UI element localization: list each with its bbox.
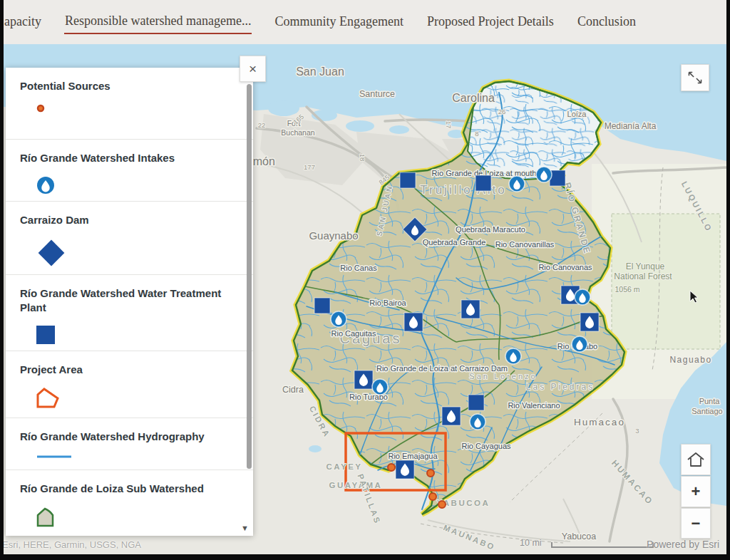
legend-symbol-orange-dot <box>36 103 240 113</box>
map-label: National Forest <box>614 271 672 281</box>
map-label: Rio Bairoa <box>369 299 406 307</box>
map-label: 22 <box>258 121 266 129</box>
legend-symbol-plant-square <box>36 325 240 345</box>
map-label: Naguabo <box>669 355 711 365</box>
legend-item: Río Grande Watershed Intakes <box>6 139 253 201</box>
map-label: GUAYAMA <box>329 481 383 489</box>
house-icon <box>687 451 705 468</box>
tab-conclusion[interactable]: Conclusion <box>577 11 637 33</box>
map-label: Trujillo Alto <box>420 183 507 197</box>
tab-responsible-watershed-manageme[interactable]: Responsible watershed manageme... <box>64 11 252 34</box>
home-extent-button[interactable] <box>681 444 711 475</box>
forest-area <box>612 214 720 349</box>
intake-marker[interactable] <box>470 414 485 430</box>
map-label: Punta <box>699 397 721 405</box>
map-label: CAYEY <box>326 462 362 471</box>
legend-item-label: Río Grande Watershed Hydrography <box>20 430 240 444</box>
treatment-plant-marker[interactable] <box>400 172 416 188</box>
legend-symbol-subwatershed-polygon <box>36 506 240 528</box>
treatment-plant-marker[interactable] <box>468 395 484 410</box>
intake-marker[interactable] <box>331 311 346 327</box>
map-viewport[interactable]: San JuanSanturceCarolinaBayamónGuaynaboF… <box>4 44 726 554</box>
map-label: Quebrada Maracuto <box>456 225 525 234</box>
legend-item-label: Río Grande de Loiza Sub Watershed <box>20 482 240 496</box>
legend-item: Potential Sources <box>6 68 253 139</box>
legend-symbol-dam-diamond <box>36 237 240 269</box>
map-label: Carolina <box>452 92 495 104</box>
map-label: Las Piedras <box>526 382 595 392</box>
map-label: 177 <box>304 163 315 171</box>
legend-item-label: Río Grande Watershed Water Treatment Pla… <box>20 286 240 315</box>
zoom-out-button[interactable]: − <box>681 508 711 539</box>
intake-marker[interactable] <box>536 167 552 182</box>
map-label: El Yunque <box>626 261 665 271</box>
map-label: Santiago <box>692 407 722 415</box>
map-attribution: Esri, HERE, Garmin, USGS, NGA <box>4 539 141 550</box>
legend-close-button[interactable]: × <box>240 56 266 82</box>
map-label: Rio Valenciano <box>508 401 560 410</box>
map-label: Humacao <box>574 417 625 427</box>
intake-marker[interactable] <box>505 348 521 364</box>
intake-marker[interactable] <box>509 176 525 192</box>
map-label: San Lorenzo <box>469 372 537 380</box>
legend-list: Potential SourcesRío Grande Watershed In… <box>6 68 253 536</box>
expand-map-button[interactable] <box>681 64 709 91</box>
top-nav: apacityResponsible watershed manageme...… <box>4 0 726 44</box>
legend-item-label: Río Grande Watershed Intakes <box>20 151 240 165</box>
legend-item: Río Grande Watershed Hydrography <box>6 418 253 470</box>
tab-proposed-project-details[interactable]: Proposed Project Details <box>426 11 555 33</box>
intake-marker[interactable] <box>572 336 587 352</box>
map-label: Rio Grande de Loiza at Carraizo Dam <box>376 364 508 373</box>
scale-bar <box>551 542 654 548</box>
map-label: Buchanan <box>281 128 314 137</box>
map-label: 1056 m <box>615 285 639 294</box>
treatment-plant-intake-marker[interactable] <box>442 407 461 425</box>
legend-symbol-intake-drop <box>36 175 240 195</box>
zoom-in-button[interactable]: + <box>681 476 711 507</box>
map-label: Rio Emajagua <box>388 452 438 460</box>
legend-symbol-hydro-line <box>36 454 240 460</box>
treatment-plant-intake-marker[interactable] <box>580 313 599 331</box>
map-label: Rio Canovanillas <box>495 240 555 249</box>
legend-item-label: Potential Sources <box>20 79 240 93</box>
legend-scrollbar[interactable] <box>247 84 252 469</box>
tab-community-engagement[interactable]: Community Engagement <box>274 11 403 33</box>
legend-item: Río Grande de Loiza Sub Watershed <box>6 470 253 536</box>
map-label: 18 <box>359 154 366 162</box>
treatment-plant-marker[interactable] <box>475 175 491 191</box>
legend-item: Project Area <box>6 351 253 418</box>
treatment-plant-marker[interactable] <box>314 298 330 313</box>
treatment-plant-intake-marker[interactable] <box>461 300 480 318</box>
map-label: Cidra <box>282 385 304 395</box>
intake-marker[interactable] <box>372 379 388 395</box>
map-label: 26 <box>498 108 506 115</box>
legend-item: Carraizo Dam <box>6 201 253 274</box>
map-label: Santurce <box>359 89 395 99</box>
map-label: San Juan <box>296 66 344 78</box>
scroll-down-icon[interactable]: ▼ <box>241 524 249 532</box>
potential-source-marker[interactable] <box>429 493 436 500</box>
potential-source-marker[interactable] <box>438 501 446 508</box>
map-label: Quebrada Grande <box>423 238 486 247</box>
potential-source-marker[interactable] <box>388 464 395 471</box>
legend-symbol-project-polygon <box>36 387 240 409</box>
map-label: 3 <box>635 427 639 435</box>
map-label: 17 <box>445 121 453 129</box>
treatment-plant-intake-marker[interactable] <box>354 370 373 389</box>
map-label: Yabucoa <box>562 532 596 541</box>
map-label: Rio Canas <box>340 264 377 272</box>
map-label: Rio Canovanas <box>538 263 592 271</box>
map-label: Rio Caguitas <box>331 329 376 338</box>
potential-source-marker[interactable] <box>427 470 434 477</box>
legend-item-label: Project Area <box>20 363 240 377</box>
treatment-plant-intake-marker[interactable] <box>404 313 423 331</box>
map-label: Rio Cayaguas <box>461 442 511 450</box>
tab-apacity[interactable]: apacity <box>4 11 42 33</box>
scale-label: 10 mi <box>520 538 542 548</box>
intake-marker[interactable] <box>575 289 590 305</box>
treatment-plant-intake-marker[interactable] <box>396 460 414 479</box>
legend-item-label: Carraizo Dam <box>20 213 240 227</box>
legend-panel: Potential SourcesRío Grande Watershed In… <box>6 68 253 536</box>
powered-by-esri: Powered by Esri <box>647 539 719 550</box>
legend-item: Río Grande Watershed Water Treatment Pla… <box>6 274 253 351</box>
